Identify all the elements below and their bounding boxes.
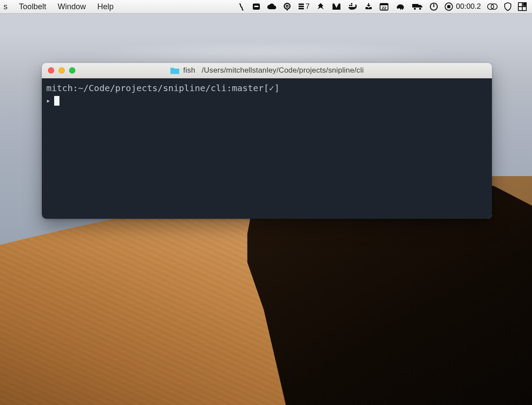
text-cursor [54,96,59,106]
terminal-window[interactable]: fish /Users/mitchellstanley/Code/project… [42,63,492,219]
window-title: fish /Users/mitchellstanley/Code/project… [183,66,364,75]
svg-rect-13 [412,4,418,7]
menubar-right: 7 22 [238,2,532,11]
title-center: fish /Users/mitchellstanley/Code/project… [42,63,492,78]
svg-rect-8 [351,5,352,6]
svg-point-20 [491,4,497,10]
close-button[interactable] [48,67,54,74]
svg-rect-22 [523,3,526,6]
whale-icon[interactable] [347,3,358,11]
truck-icon[interactable] [412,3,423,10]
title-shell: fish [183,66,195,74]
squiggle-icon[interactable] [238,3,246,11]
power-icon[interactable] [429,2,438,11]
calendar-icon[interactable]: 22 [379,2,389,11]
stack-icon[interactable]: 7 [298,2,310,11]
timer-text: 00:00.2 [456,2,481,11]
shield-icon[interactable] [504,2,512,11]
minimize-button[interactable] [59,67,65,74]
title-path: /Users/mitchellstanley/Code/projects/sni… [202,66,364,74]
svg-point-3 [286,5,288,7]
menubar-item-window[interactable]: Window [57,1,87,12]
grid-icon[interactable] [518,2,527,11]
svg-rect-4 [299,4,304,5]
clipboard-icon[interactable] [487,3,498,11]
inbox-icon[interactable] [364,3,373,11]
m-icon[interactable] [332,3,341,11]
prompt-input-line[interactable]: ▸ [46,96,488,106]
card-icon[interactable] [252,3,261,11]
svg-rect-1 [254,6,259,7]
svg-point-19 [488,4,494,10]
traffic-lights [42,67,75,74]
elephant-icon[interactable] [395,3,406,11]
stop-record-icon[interactable]: 00:00.2 [444,2,481,11]
svg-rect-9 [351,3,352,4]
menubar-left: s Toolbelt Window Help [0,1,115,12]
folder-icon [170,66,180,74]
prompt-arrow-icon: ▸ [46,96,51,106]
svg-text:22: 22 [382,5,387,10]
svg-rect-5 [299,6,304,7]
svg-rect-7 [349,5,351,6]
prompt-status-line: mitch:~/Code/projects/snipline/cli:maste… [46,82,488,95]
terminal-body[interactable]: mitch:~/Code/projects/snipline/cli:maste… [42,78,492,219]
svg-rect-18 [447,5,451,8]
svg-point-15 [419,8,421,10]
menubar-item-help[interactable]: Help [96,1,115,12]
svg-rect-6 [299,8,304,9]
menubar-item-toolbelt[interactable]: Toolbelt [18,1,47,12]
macos-menubar: s Toolbelt Window Help 7 [0,0,532,14]
zoom-button[interactable] [69,67,75,74]
terminal-titlebar[interactable]: fish /Users/mitchellstanley/Code/project… [42,63,492,78]
menubar-item-partial[interactable]: s [3,1,8,12]
svg-point-14 [414,8,416,10]
antivirus-icon[interactable] [316,2,325,11]
headset-icon[interactable] [283,2,292,11]
cloud-icon[interactable] [267,3,277,10]
clouds [0,40,532,66]
stack-badge: 7 [306,2,310,11]
